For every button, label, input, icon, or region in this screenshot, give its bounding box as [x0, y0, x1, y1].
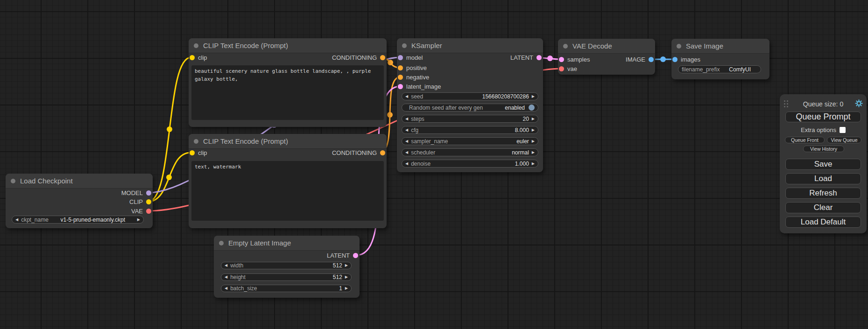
image-slot-dot[interactable]: [672, 57, 677, 62]
decrement-arrow-icon[interactable]: ◀: [15, 218, 18, 222]
height-widget[interactable]: ◀ height 512 ▶: [221, 273, 352, 281]
collapse-dot-icon[interactable]: [194, 43, 198, 48]
filename-prefix-widget[interactable]: filename_prefix ComfyUI: [678, 65, 761, 73]
output-slot-clip[interactable]: CLIP: [129, 198, 151, 205]
queue-front-button[interactable]: Queue Front: [785, 137, 825, 143]
scheduler-widget[interactable]: ◀ scheduler normal ▶: [402, 148, 538, 156]
negative-prompt-textarea[interactable]: text, watermark: [191, 161, 384, 221]
node-titlebar[interactable]: Empty Latent Image: [214, 236, 360, 251]
refresh-button[interactable]: Refresh: [785, 188, 861, 199]
conditioning-slot-dot[interactable]: [380, 150, 385, 155]
collapse-dot-icon[interactable]: [219, 241, 224, 245]
decrement-arrow-icon[interactable]: ◀: [405, 151, 408, 154]
increment-arrow-icon[interactable]: ▶: [532, 151, 535, 154]
node-clip-text-encode-negative[interactable]: CLIP Text Encode (Prompt) clip CONDITION…: [189, 134, 387, 228]
input-slot-negative[interactable]: negative: [398, 74, 429, 80]
node-graph-canvas[interactable]: Load Checkpoint MODEL CLIP VAE ◀ ckpt_na…: [0, 0, 868, 329]
decrement-arrow-icon[interactable]: ◀: [405, 140, 408, 143]
output-slot-latent[interactable]: LATENT: [327, 252, 358, 259]
collapse-dot-icon[interactable]: [194, 139, 198, 144]
clip-slot-dot[interactable]: [146, 199, 151, 204]
increment-arrow-icon[interactable]: ▶: [532, 162, 535, 166]
save-button[interactable]: Save: [785, 159, 861, 170]
input-slot-samples[interactable]: samples: [559, 56, 590, 63]
increment-arrow-icon[interactable]: ▶: [532, 117, 535, 121]
input-slot-model[interactable]: model: [398, 54, 423, 61]
denoise-widget[interactable]: ◀ denoise 1.000 ▶: [402, 160, 538, 168]
decrement-arrow-icon[interactable]: ◀: [225, 264, 227, 267]
seed-widget[interactable]: ◀ seed 156680208700286 ▶: [402, 92, 538, 100]
conditioning-slot-dot[interactable]: [398, 65, 403, 70]
output-slot-latent[interactable]: LATENT: [510, 54, 542, 61]
vae-slot-dot[interactable]: [146, 209, 151, 214]
extra-options-checkbox[interactable]: [840, 127, 846, 133]
input-slot-images[interactable]: images: [672, 56, 700, 63]
decrement-arrow-icon[interactable]: ◀: [405, 117, 408, 121]
node-titlebar[interactable]: CLIP Text Encode (Prompt): [189, 134, 387, 149]
conditioning-slot-dot[interactable]: [398, 75, 403, 80]
node-ksampler[interactable]: KSampler model positive negative latent_…: [397, 38, 543, 172]
increment-arrow-icon[interactable]: ▶: [345, 264, 348, 267]
output-slot-image[interactable]: IMAGE: [626, 56, 654, 63]
ckpt-name-widget[interactable]: ◀ ckpt_name v1-5-pruned-emaonly.ckpt ▶: [12, 216, 144, 224]
clip-slot-dot[interactable]: [190, 55, 195, 60]
node-save-image[interactable]: Save Image images filename_prefix ComfyU…: [671, 39, 769, 79]
decrement-arrow-icon[interactable]: ◀: [405, 95, 408, 98]
output-slot-conditioning[interactable]: CONDITIONING: [332, 54, 385, 61]
node-empty-latent-image[interactable]: Empty Latent Image LATENT ◀ width 512 ▶ …: [214, 236, 360, 298]
latent-slot-dot[interactable]: [559, 57, 564, 62]
increment-arrow-icon[interactable]: ▶: [345, 275, 348, 279]
increment-arrow-icon[interactable]: ▶: [532, 140, 535, 143]
output-slot-vae[interactable]: VAE: [131, 208, 151, 214]
increment-arrow-icon[interactable]: ▶: [137, 218, 140, 222]
output-slot-model[interactable]: MODEL: [121, 189, 151, 196]
decrement-arrow-icon[interactable]: ◀: [225, 275, 227, 279]
steps-widget[interactable]: ◀ steps 20 ▶: [402, 115, 538, 123]
increment-arrow-icon[interactable]: ▶: [532, 95, 535, 98]
node-titlebar[interactable]: CLIP Text Encode (Prompt): [189, 38, 387, 53]
collapse-dot-icon[interactable]: [677, 44, 681, 49]
model-slot-dot[interactable]: [146, 190, 151, 196]
random-seed-toggle-widget[interactable]: Random seed after every gen enabled: [402, 104, 538, 112]
clear-button[interactable]: Clear: [785, 202, 861, 213]
node-load-checkpoint[interactable]: Load Checkpoint MODEL CLIP VAE ◀ ckpt_na…: [6, 174, 153, 228]
output-slot-conditioning[interactable]: CONDITIONING: [332, 149, 385, 156]
input-slot-clip[interactable]: clip: [190, 54, 207, 61]
node-titlebar[interactable]: VAE Decode: [558, 39, 655, 54]
cfg-widget[interactable]: ◀ cfg 8.000 ▶: [402, 126, 538, 134]
latent-slot-dot[interactable]: [398, 84, 403, 89]
node-vae-decode[interactable]: VAE Decode samples vae IMAGE: [558, 39, 655, 75]
load-button[interactable]: Load: [785, 173, 861, 184]
sampler-name-widget[interactable]: ◀ sampler_name euler ▶: [402, 137, 538, 145]
input-slot-clip[interactable]: clip: [190, 149, 207, 156]
node-titlebar[interactable]: KSampler: [397, 38, 543, 53]
positive-prompt-textarea[interactable]: beautiful scenery nature glass bottle la…: [191, 65, 384, 120]
latent-slot-dot[interactable]: [536, 55, 542, 60]
decrement-arrow-icon[interactable]: ◀: [405, 128, 408, 132]
collapse-dot-icon[interactable]: [11, 179, 15, 183]
toggle-knob[interactable]: [529, 105, 535, 111]
input-slot-latent-image[interactable]: latent_image: [398, 83, 441, 90]
input-slot-vae[interactable]: vae: [559, 65, 577, 72]
clip-slot-dot[interactable]: [190, 150, 195, 155]
view-history-button[interactable]: View History: [803, 146, 844, 152]
vae-slot-dot[interactable]: [559, 66, 564, 71]
image-slot-dot[interactable]: [649, 57, 654, 62]
increment-arrow-icon[interactable]: ▶: [345, 287, 348, 290]
collapse-dot-icon[interactable]: [402, 43, 407, 48]
queue-prompt-button[interactable]: Queue Prompt: [785, 112, 861, 122]
model-slot-dot[interactable]: [398, 55, 403, 60]
node-titlebar[interactable]: Save Image: [671, 39, 769, 54]
latent-slot-dot[interactable]: [353, 253, 358, 258]
width-widget[interactable]: ◀ width 512 ▶: [221, 262, 352, 269]
decrement-arrow-icon[interactable]: ◀: [405, 162, 408, 166]
batch-size-widget[interactable]: ◀ batch_size 1 ▶: [221, 285, 352, 292]
settings-gear-icon[interactable]: [855, 99, 863, 107]
collapse-dot-icon[interactable]: [563, 44, 568, 49]
input-slot-positive[interactable]: positive: [398, 64, 427, 71]
load-default-button[interactable]: Load Default: [785, 217, 861, 228]
increment-arrow-icon[interactable]: ▶: [532, 128, 535, 132]
decrement-arrow-icon[interactable]: ◀: [225, 287, 227, 290]
node-clip-text-encode-positive[interactable]: CLIP Text Encode (Prompt) clip CONDITION…: [189, 38, 387, 127]
node-titlebar[interactable]: Load Checkpoint: [6, 174, 153, 189]
